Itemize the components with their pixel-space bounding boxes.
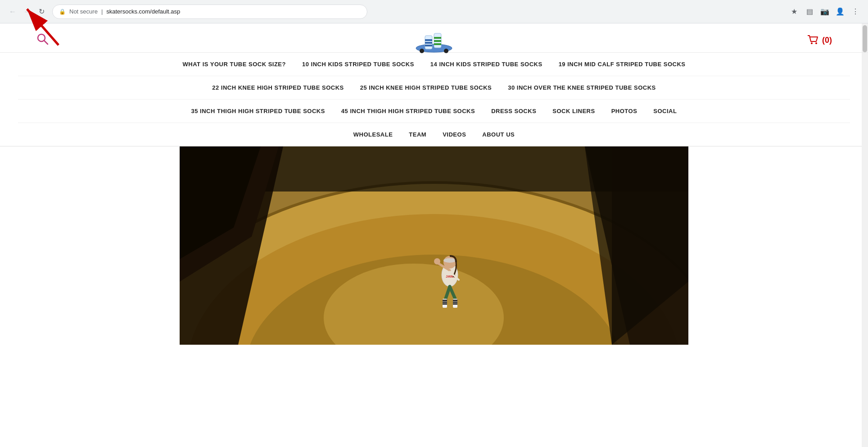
hero-section: JAWS [0,146,868,345]
nav-22inch-knee-high[interactable]: 22 INCH KNEE HIGH STRIPED TUBE SOCKS [204,80,352,96]
browser-chrome: ← → ↻ 🔒 Not secure | skatersocks.com/def… [0,0,868,23]
nav-19inch-mid-calf[interactable]: 19 INCH MID CALF STRIPED TUBE SOCKS [551,56,694,72]
nav-30inch-over-knee[interactable]: 30 INCH OVER THE KNEE STRIPED TUBE SOCKS [500,80,664,96]
hero-image-container: JAWS [180,146,688,345]
cart-count: (0) [822,36,832,45]
lock-icon: 🔒 [59,9,66,15]
svg-rect-39 [443,300,447,301]
svg-rect-40 [443,301,447,303]
svg-rect-8 [425,39,432,41]
nav-row-4: WHOLESALE TEAM VIDEOS ABOUT US [18,123,850,146]
svg-point-6 [444,49,448,53]
nav-25inch-knee-high[interactable]: 25 INCH KNEE HIGH STRIPED TUBE SOCKS [352,80,500,96]
svg-point-32 [443,258,456,263]
nav-14inch-kids[interactable]: 14 INCH KIDS STRIPED TUBE SOCKS [422,56,551,72]
svg-rect-41 [443,303,447,305]
cart-button[interactable]: (0) [807,34,832,46]
nav-row-3: 35 INCH THIGH HIGH STRIPED TUBE SOCKS 45… [18,100,850,123]
site-navigation: WHAT IS YOUR TUBE SOCK SIZE? 10 INCH KID… [0,53,868,146]
svg-rect-14 [434,43,441,45]
cart-icon [807,34,819,46]
browser-actions: ★ ▤ 📷 👤 ⋮ [788,5,862,18]
site-logo[interactable] [409,22,459,58]
url-text: skatersocks.com/default.asp [106,8,180,15]
nav-about-us[interactable]: ABOUT US [474,127,523,142]
svg-rect-9 [425,42,432,44]
screenshot-button[interactable]: 📷 [818,5,831,18]
svg-rect-45 [453,303,457,305]
nav-photos[interactable]: PHOTOS [603,103,646,119]
profile-button[interactable]: 👤 [834,5,846,18]
nav-row-2: 22 INCH KNEE HIGH STRIPED TUBE SOCKS 25 … [18,76,850,100]
address-bar[interactable]: 🔒 Not secure | skatersocks.com/default.a… [52,5,367,19]
bookmark-button[interactable]: ★ [788,5,800,18]
address-separator: | [101,8,103,15]
scrollbar-track[interactable] [862,23,868,447]
svg-rect-12 [434,37,441,39]
svg-line-3 [44,41,48,44]
svg-rect-43 [453,300,457,301]
svg-rect-44 [453,301,457,303]
search-button[interactable] [36,32,49,48]
nav-team[interactable]: TEAM [401,127,434,142]
svg-point-5 [420,49,424,53]
nav-45inch-thigh-high[interactable]: 45 INCH THIGH HIGH STRIPED TUBE SOCKS [333,103,483,119]
search-icon [36,32,49,45]
svg-point-16 [815,42,817,44]
nav-tube-sock-size[interactable]: WHAT IS YOUR TUBE SOCK SIZE? [175,56,294,72]
svg-point-34 [434,258,440,265]
svg-point-15 [811,42,813,44]
nav-10inch-kids[interactable]: 10 INCH KIDS STRIPED TUBE SOCKS [294,56,422,72]
nav-35inch-thigh-high[interactable]: 35 INCH THIGH HIGH STRIPED TUBE SOCKS [183,103,333,119]
nav-videos[interactable]: VIDEOS [434,127,474,142]
skatepark-scene: JAWS [180,146,688,345]
extensions-button[interactable]: ▤ [803,5,816,18]
site-header: (0) [0,23,868,53]
svg-rect-10 [425,45,432,46]
browser-nav-buttons: ← → ↻ [6,5,48,18]
back-button[interactable]: ← [6,5,19,18]
nav-social[interactable]: SOCIAL [645,103,685,119]
nav-wholesale[interactable]: WHOLESALE [345,127,401,142]
nav-sock-liners[interactable]: SOCK LINERS [544,103,603,119]
site-wrapper: (0) WHAT IS YOUR TUBE SOCK SIZE? 10 INCH… [0,23,868,345]
nav-dress-socks[interactable]: DRESS SOCKS [483,103,544,119]
skatepark-background: JAWS [180,146,688,345]
logo-image [409,22,459,58]
forward-button[interactable]: → [21,5,33,18]
menu-button[interactable]: ⋮ [849,5,862,18]
svg-rect-13 [434,40,441,42]
not-secure-label: Not secure [69,8,98,15]
reload-button[interactable]: ↻ [35,5,48,18]
